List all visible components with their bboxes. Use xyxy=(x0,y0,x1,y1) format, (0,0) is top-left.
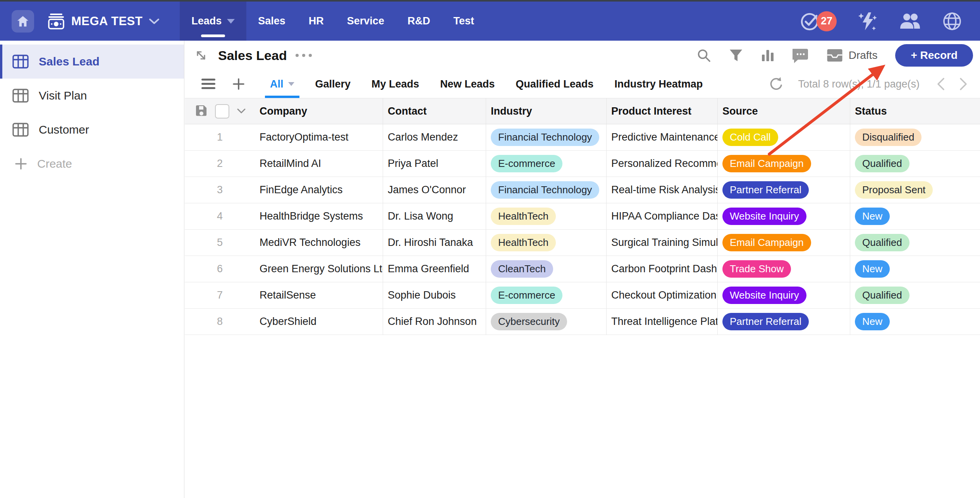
table-row[interactable]: 5 MediVR Technologies Dr. Hiroshi Tanaka… xyxy=(185,230,980,256)
cell-industry[interactable]: E-commerce xyxy=(486,151,606,177)
view-tab-qualified-leads[interactable]: Qualified Leads xyxy=(505,70,604,98)
cell-company[interactable]: Green Energy Solutions Ltd. xyxy=(255,256,383,282)
cell-industry[interactable]: HealthTech xyxy=(486,203,606,229)
tab-rd[interactable]: R&D xyxy=(396,2,442,41)
cell-company[interactable]: RetailSense xyxy=(255,282,383,308)
table-row[interactable]: 6 Green Energy Solutions Ltd. Emma Green… xyxy=(185,256,980,282)
cell-product-interest[interactable]: Predictive Maintenance AI xyxy=(606,124,717,150)
cell-company[interactable]: FinEdge Analytics xyxy=(255,177,383,203)
column-header-status[interactable]: Status xyxy=(850,98,980,124)
chart-icon[interactable] xyxy=(761,48,775,62)
cell-status[interactable]: New xyxy=(850,309,980,335)
column-header-company[interactable]: Company xyxy=(255,98,383,124)
cell-status[interactable]: Proposal Sent xyxy=(850,177,980,203)
cell-contact[interactable]: Priya Patel xyxy=(383,151,486,177)
cell-contact[interactable]: James O'Connor xyxy=(383,177,486,203)
cell-contact[interactable]: Dr. Lisa Wong xyxy=(383,203,486,229)
more-options-icon[interactable] xyxy=(296,54,312,57)
cell-industry[interactable]: Financial Technology xyxy=(486,177,606,203)
sidebar-item-visit-plan[interactable]: Visit Plan xyxy=(0,79,184,113)
view-list-icon[interactable] xyxy=(201,79,215,89)
cell-source[interactable]: Partner Referral xyxy=(717,309,850,335)
cell-company[interactable]: HealthBridge Systems xyxy=(255,203,383,229)
cell-source[interactable]: Website Inquiry xyxy=(717,282,850,308)
cell-product-interest[interactable]: Personalized Recommendation xyxy=(606,151,717,177)
column-header-contact[interactable]: Contact xyxy=(383,98,486,124)
expand-icon[interactable] xyxy=(194,48,208,62)
view-tab-my-leads[interactable]: My Leads xyxy=(361,70,430,98)
search-icon[interactable] xyxy=(696,48,711,63)
view-tab-all[interactable]: All xyxy=(260,70,305,98)
cell-industry[interactable]: Cybersecurity xyxy=(486,309,606,335)
sidebar-item-customer[interactable]: Customer xyxy=(0,113,184,147)
cell-source[interactable]: Email Campaign xyxy=(717,230,850,256)
cell-status[interactable]: New xyxy=(850,203,980,229)
tab-leads[interactable]: Leads xyxy=(180,2,246,41)
tab-sales[interactable]: Sales xyxy=(246,2,297,41)
cell-company[interactable]: MediVR Technologies xyxy=(255,230,383,256)
cell-status[interactable]: Qualified xyxy=(850,151,980,177)
table-row[interactable]: 1 FactoryOptima-test Carlos Mendez Finan… xyxy=(185,124,980,151)
comment-icon[interactable] xyxy=(793,47,809,64)
cell-product-interest[interactable]: Checkout Optimization xyxy=(606,282,717,308)
workspace-selector[interactable]: MEGA TEST xyxy=(47,13,160,30)
add-view-icon[interactable] xyxy=(232,78,245,90)
tab-test[interactable]: Test xyxy=(442,2,486,41)
refresh-icon[interactable] xyxy=(769,76,784,92)
tab-hr[interactable]: HR xyxy=(297,2,335,41)
cell-industry[interactable]: Financial Technology xyxy=(486,124,606,150)
cell-status[interactable]: Qualified xyxy=(850,230,980,256)
cell-contact[interactable]: Chief Ron Johnson xyxy=(383,309,486,335)
cell-industry[interactable]: CleanTech xyxy=(486,256,606,282)
header-caret-icon[interactable] xyxy=(237,108,246,114)
column-header-industry[interactable]: Industry xyxy=(486,98,606,124)
cell-contact[interactable]: Carlos Mendez xyxy=(383,124,486,150)
table-row[interactable]: 4 HealthBridge Systems Dr. Lisa Wong Hea… xyxy=(185,203,980,230)
cell-source[interactable]: Partner Referral xyxy=(717,177,850,203)
cell-status[interactable]: Qualified xyxy=(850,282,980,308)
cell-product-interest[interactable]: HIPAA Compliance Dashboard xyxy=(606,203,717,229)
prev-page-icon[interactable] xyxy=(937,77,945,91)
table-row[interactable]: 8 CyberShield Chief Ron Johnson Cybersec… xyxy=(185,309,980,335)
language-button[interactable] xyxy=(942,11,962,31)
view-tab-gallery[interactable]: Gallery xyxy=(305,70,361,98)
create-table-button[interactable]: Create xyxy=(0,147,184,181)
cell-contact[interactable]: Sophie Dubois xyxy=(383,282,486,308)
automations-button[interactable] xyxy=(858,11,878,32)
cell-product-interest[interactable]: Threat Intelligence Platform xyxy=(606,309,717,335)
cell-status[interactable]: New xyxy=(850,256,980,282)
home-button[interactable] xyxy=(12,10,34,33)
add-record-button[interactable]: + Record xyxy=(895,44,973,67)
cell-industry[interactable]: HealthTech xyxy=(486,230,606,256)
table-row[interactable]: 7 RetailSense Sophie Dubois E-commerce C… xyxy=(185,282,980,309)
drafts-button[interactable]: Drafts xyxy=(827,48,878,62)
view-tab-industry-heatmap[interactable]: Industry Heatmap xyxy=(604,70,713,98)
cell-source[interactable]: Website Inquiry xyxy=(717,203,850,229)
cell-product-interest[interactable]: Carbon Footprint Dashboard xyxy=(606,256,717,282)
collaborators-button[interactable] xyxy=(899,13,921,30)
tasks-button[interactable]: 27 xyxy=(799,11,837,32)
cell-source[interactable]: Email Campaign xyxy=(717,151,850,177)
table-row[interactable]: 3 FinEdge Analytics James O'Connor Finan… xyxy=(185,177,980,203)
cell-company[interactable]: CyberShield xyxy=(255,309,383,335)
column-header-product-interest[interactable]: Product Interest xyxy=(606,98,717,124)
sidebar-item-sales-lead[interactable]: Sales Lead xyxy=(0,45,184,79)
cell-contact[interactable]: Dr. Hiroshi Tanaka xyxy=(383,230,486,256)
filter-icon[interactable] xyxy=(729,49,743,62)
cell-source[interactable]: Cold Call xyxy=(717,124,850,150)
tab-service[interactable]: Service xyxy=(335,2,396,41)
view-tab-new-leads[interactable]: New Leads xyxy=(430,70,505,98)
cell-company[interactable]: RetailMind AI xyxy=(255,151,383,177)
cell-company[interactable]: FactoryOptima-test xyxy=(255,124,383,150)
select-all-checkbox[interactable] xyxy=(215,104,229,118)
cell-product-interest[interactable]: Real-time Risk Analysis System xyxy=(606,177,717,203)
cell-status[interactable]: Disqualified xyxy=(850,124,980,150)
cell-contact[interactable]: Emma Greenfield xyxy=(383,256,486,282)
next-page-icon[interactable] xyxy=(959,77,968,91)
table-row[interactable]: 2 RetailMind AI Priya Patel E-commerce P… xyxy=(185,151,980,177)
cell-product-interest[interactable]: Surgical Training Simulator xyxy=(606,230,717,256)
save-icon[interactable] xyxy=(196,105,207,117)
column-header-source[interactable]: Source xyxy=(717,98,850,124)
cell-industry[interactable]: E-commerce xyxy=(486,282,606,308)
cell-source[interactable]: Trade Show xyxy=(717,256,850,282)
